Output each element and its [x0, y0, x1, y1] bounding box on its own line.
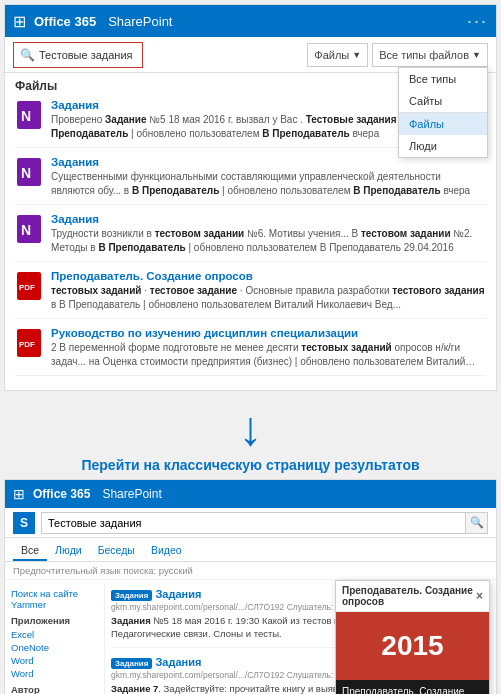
tab-conversations[interactable]: Беседы: [90, 541, 143, 561]
result-title-5[interactable]: Руководство по изучению дисциплин специа…: [51, 327, 486, 339]
chevron-down-icon: ▼: [352, 50, 361, 60]
preview-card-close-button[interactable]: ×: [476, 589, 483, 603]
pdf-icon-2: PDF: [15, 327, 43, 359]
search-icon: 🔍: [20, 48, 35, 62]
result-type-badge-2: Задания: [111, 658, 152, 669]
result-item-4: PDF Преподаватель. Создание опросов тест…: [15, 270, 486, 319]
bottom-sharepoint-label: SharePoint: [102, 487, 161, 501]
preview-card: Преподаватель. Создание опросов × 2015 П…: [335, 580, 490, 694]
chevron-down-icon-2: ▼: [472, 50, 481, 60]
filter-area: Файлы ▼ Все типы файлов ▼ Все типы Сайты…: [307, 43, 488, 67]
svg-text:PDF: PDF: [19, 340, 35, 349]
result-title-4[interactable]: Преподаватель. Создание опросов: [51, 270, 486, 282]
header-dots: ···: [467, 11, 488, 32]
search-hint: Предпочтительный язык поиска: русский: [5, 562, 496, 580]
result-content-5: Руководство по изучению дисциплин специа…: [51, 327, 486, 369]
preview-card-image: 2015: [336, 612, 489, 680]
sidebar-app-word2[interactable]: Word: [11, 668, 98, 679]
result-item-3: N Задания Трудности возникли в тестовом …: [15, 213, 486, 262]
dropdown-popup: Все типы файлов ▼ Все типы Сайты Файлы Л…: [372, 43, 488, 67]
bottom-content-area: Поиск на сайте Yammer Приложения Excel O…: [5, 580, 496, 694]
result-item-5: PDF Руководство по изучению дисциплин сп…: [15, 327, 486, 376]
office365-label: Office 365: [34, 14, 96, 29]
waffle-icon[interactable]: ⊞: [13, 12, 26, 31]
preview-card-body: Преподаватель. Создание опросов и тестов…: [336, 680, 489, 694]
onenote-icon-3: N: [15, 213, 43, 245]
result-title-3[interactable]: Задания: [51, 213, 486, 225]
bottom-search-button[interactable]: 🔍: [466, 512, 488, 534]
sharepoint-label: SharePoint: [108, 14, 172, 29]
top-header: ⊞ Office 365 SharePoint ···: [5, 5, 496, 37]
filter-types-dropdown[interactable]: Все типы файлов ▼: [372, 43, 488, 67]
filter-types-label: Все типы файлов: [379, 49, 469, 61]
arrow-section: ↓ Перейти на классическую страницу резул…: [0, 395, 501, 477]
result-meta-3: Трудности возникли в тестовом задании №6…: [51, 227, 486, 255]
down-arrow-icon: ↓: [0, 405, 501, 453]
result-item-2: N Задания Существенными функциональными …: [15, 156, 486, 205]
bottom-office365-label: Office 365: [33, 487, 90, 501]
result-content-3: Задания Трудности возникли в тестовом за…: [51, 213, 486, 255]
top-search-box[interactable]: 🔍 Тестовые задания: [13, 42, 143, 68]
sidebar-app-word1[interactable]: Word: [11, 655, 98, 666]
result-tabs: Все Люди Беседы Видео: [5, 538, 496, 562]
dropdown-item-all-types[interactable]: Все типы: [399, 68, 487, 90]
svg-text:N: N: [21, 222, 31, 238]
tab-people[interactable]: Люди: [47, 541, 90, 561]
result-title-2[interactable]: Задания: [51, 156, 486, 168]
bottom-waffle-icon[interactable]: ⊞: [13, 486, 25, 502]
result-meta-2: Существенными функциональными составляющ…: [51, 170, 486, 198]
onenote-icon-2: N: [15, 156, 43, 188]
svg-text:N: N: [21, 108, 31, 124]
dropdown-menu: Все типы Сайты Файлы Люди: [398, 67, 488, 158]
left-sidebar: Поиск на сайте Yammer Приложения Excel O…: [5, 584, 105, 694]
arrow-label[interactable]: Перейти на классическую страницу результ…: [0, 457, 501, 473]
tab-video[interactable]: Видео: [143, 541, 190, 561]
svg-text:PDF: PDF: [19, 283, 35, 292]
site-logo: S: [13, 512, 35, 534]
bottom-search-input[interactable]: [41, 512, 466, 534]
result-content-4: Преподаватель. Создание опросов тестовых…: [51, 270, 486, 312]
onenote-icon-1: N: [15, 99, 43, 131]
pdf-icon-1: PDF: [15, 270, 43, 302]
search-query-top: Тестовые задания: [39, 49, 133, 61]
dropdown-item-files[interactable]: Файлы: [399, 112, 487, 135]
preview-year: 2015: [381, 630, 443, 662]
sidebar-app-excel[interactable]: Excel: [11, 629, 98, 640]
filter-files-label: Файлы: [314, 49, 349, 61]
sidebar-apps-title: Приложения: [11, 615, 98, 626]
top-section: ⊞ Office 365 SharePoint ··· 🔍 Тестовые з…: [4, 4, 497, 391]
bottom-search-bar: S 🔍: [5, 508, 496, 538]
result-type-badge-1: Задания: [111, 590, 152, 601]
preview-card-header: Преподаватель. Создание опросов ×: [336, 581, 489, 612]
result-content-2: Задания Существенными функциональными со…: [51, 156, 486, 198]
bottom-header: ⊞ Office 365 SharePoint: [5, 480, 496, 508]
sidebar-author-title: Автор: [11, 684, 98, 694]
yammer-link[interactable]: Поиск на сайте Yammer: [11, 588, 98, 610]
result-meta-4: тестовых заданий · тестовое задание · Ос…: [51, 284, 486, 312]
preview-card-title: Преподаватель. Создание опросов: [342, 585, 476, 607]
sidebar-app-onenote[interactable]: OneNote: [11, 642, 98, 653]
bottom-section: ⊞ Office 365 SharePoint S 🔍 Все Люди Бес…: [4, 479, 497, 694]
preview-card-text: Преподаватель. Создание опросов и тестов…: [342, 685, 483, 694]
search-bar-top: 🔍 Тестовые задания Файлы ▼ Все типы файл…: [5, 37, 496, 73]
tab-all[interactable]: Все: [13, 541, 47, 561]
dropdown-item-people[interactable]: Люди: [399, 135, 487, 157]
result-meta-5: 2 В переменной форме подготовьте не мене…: [51, 341, 486, 369]
svg-text:N: N: [21, 165, 31, 181]
filter-files-dropdown[interactable]: Файлы ▼: [307, 43, 368, 67]
dropdown-item-sites[interactable]: Сайты: [399, 90, 487, 112]
